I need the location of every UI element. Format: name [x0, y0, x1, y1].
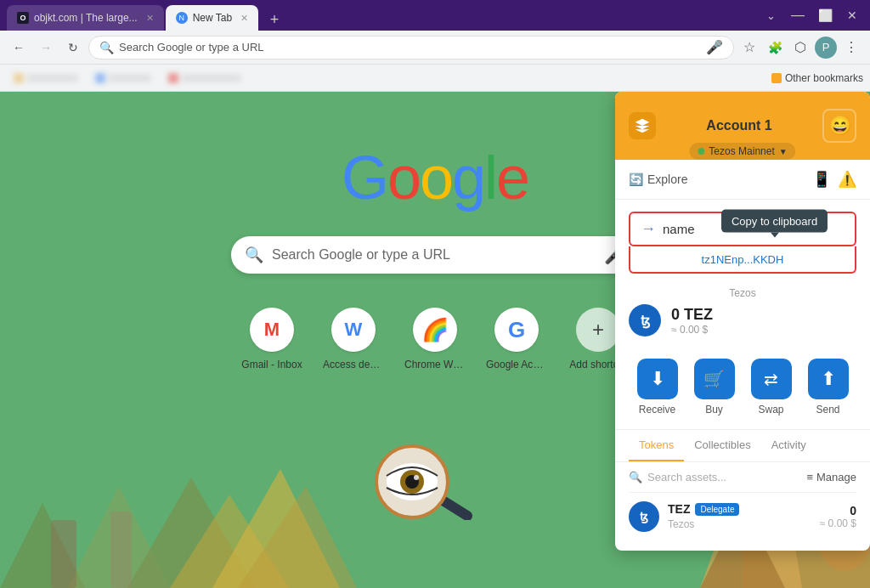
- user-profile-button[interactable]: P: [814, 36, 838, 59]
- nav-bar: ← → ↻ 🔍 Search Google or type a URL 🎤 ☆ …: [0, 31, 870, 65]
- bookmark-label-1: [27, 74, 78, 82]
- new-tab-button[interactable]: +: [263, 8, 285, 31]
- tab-newtab[interactable]: N New Tab ✕: [166, 5, 258, 31]
- extension-popup: Account 1 😄 Tezos Mainnet ▼ 🔄 Explore: [615, 92, 870, 551]
- mic-icon[interactable]: 🎤: [706, 39, 723, 55]
- extensions-icon[interactable]: 🧩: [763, 36, 787, 59]
- tab-activity[interactable]: Activity: [761, 430, 816, 461]
- balance-row: ꜩ 0 TEZ ≈ 0.00 $: [629, 304, 856, 336]
- back-icon: ←: [13, 41, 25, 54]
- nav-explore[interactable]: 🔄 Explore: [629, 172, 687, 186]
- tab-close-objkt[interactable]: ✕: [146, 13, 154, 24]
- network-status-dot: [698, 148, 704, 155]
- popup-avatar[interactable]: 😄: [822, 109, 856, 143]
- close-icon[interactable]: ✕: [841, 4, 863, 26]
- bookmark-item-1[interactable]: [7, 69, 85, 88]
- tab-collectibles-label: Collectibles: [694, 438, 750, 451]
- google-e: e: [496, 144, 528, 212]
- token-row-tez[interactable]: ꜩ TEZ Delegate Tezos 0 ≈ 0.00 $: [629, 492, 856, 540]
- google-logo: Google: [342, 143, 528, 212]
- network-label: Tezos Mainnet: [709, 145, 774, 157]
- balance-usd: ≈ 0.00 $: [671, 324, 713, 336]
- shortcuts-row: M Gmail - Inbox W Access denie... 🌈 Chro…: [241, 308, 629, 370]
- token-usd: ≈ 0.00 $: [820, 517, 856, 529]
- receive-button[interactable]: ⬇ Receive: [637, 359, 678, 416]
- extension-puzzle-icon[interactable]: ⬡: [788, 36, 812, 59]
- nav-right: ☆ 🧩 ⬡ P ⋮: [737, 36, 863, 59]
- address-bar[interactable]: 🔍 Search Google or type a URL 🎤: [88, 36, 734, 59]
- address-name-field[interactable]: name: [663, 222, 845, 236]
- token-name-row: TEZ Delegate: [668, 502, 811, 516]
- shortcut-access-denied[interactable]: W Access denie...: [323, 308, 384, 370]
- google-g: G: [342, 144, 387, 212]
- bookmarks-bar: Other bookmarks: [0, 65, 870, 92]
- chevron-down-icon: ▼: [779, 147, 788, 156]
- address-abbrev[interactable]: tz1NEnp...KKDH: [702, 253, 784, 266]
- phone-icon[interactable]: 📱: [812, 170, 831, 189]
- explore-icon: 🔄: [629, 172, 643, 186]
- receive-icon: ⬇: [637, 359, 678, 399]
- search-icon: 🔍: [245, 246, 263, 264]
- shortcut-label-google: Google Acco...: [486, 359, 547, 370]
- bookmark-button[interactable]: ☆: [737, 36, 761, 59]
- google-o1: o: [387, 144, 420, 212]
- manage-label: Manage: [816, 471, 856, 483]
- token-qty: 0: [820, 504, 856, 517]
- svg-rect-7: [110, 512, 132, 588]
- svg-point-13: [414, 475, 419, 480]
- minimize-icon[interactable]: —: [787, 4, 809, 26]
- search-bar[interactable]: 🔍 Search Google or type a URL 🎤: [231, 236, 639, 274]
- title-bar: O objkt.com | The large... ✕ N New Tab ✕…: [0, 0, 870, 31]
- buy-icon: 🛒: [694, 359, 735, 399]
- menu-button[interactable]: ⋮: [839, 36, 863, 59]
- tab-objkt[interactable]: O objkt.com | The large... ✕: [7, 5, 164, 31]
- bookmark-item-3[interactable]: [161, 69, 248, 88]
- bookmark-favicon-2: [95, 73, 105, 83]
- profile-avatar: P: [815, 37, 837, 59]
- nav-right-icons: 📱 ⚠️: [812, 170, 856, 189]
- tab-tokens-label: Tokens: [639, 438, 674, 451]
- forward-button[interactable]: →: [34, 36, 58, 59]
- chevron-down-icon[interactable]: ⌄: [760, 4, 782, 26]
- window-controls: ⌄ — ⬜ ✕: [760, 4, 863, 26]
- token-list: ꜩ TEZ Delegate Tezos 0 ≈ 0.00 $: [615, 492, 870, 540]
- browser-frame: O objkt.com | The large... ✕ N New Tab ✕…: [0, 0, 870, 588]
- shortcut-chrome-web[interactable]: 🌈 Chrome Web ...: [404, 308, 466, 370]
- tez-icon-circle: ꜩ: [629, 304, 661, 336]
- swap-button[interactable]: ⇄ Swap: [751, 359, 792, 416]
- manage-button[interactable]: ≡ Manage: [806, 471, 856, 483]
- network-selector[interactable]: Tezos Mainnet ▼: [689, 143, 795, 160]
- buy-button[interactable]: 🛒 Buy: [694, 359, 735, 416]
- shortcut-label-chrome: Chrome Web ...: [404, 359, 466, 370]
- bookmark-item-2[interactable]: [88, 69, 158, 88]
- shortcut-icon-access: W: [331, 308, 376, 352]
- google-o2: o: [420, 144, 452, 212]
- back-button[interactable]: ←: [7, 36, 31, 59]
- shortcut-google-account[interactable]: G Google Acco...: [486, 308, 547, 370]
- delegate-badge[interactable]: Delegate: [695, 503, 739, 516]
- alert-icon[interactable]: ⚠️: [838, 170, 856, 189]
- assets-search[interactable]: 🔍 Search assets...: [629, 471, 726, 483]
- token-info-tez: TEZ Delegate Tezos: [668, 502, 811, 531]
- manage-icon: ≡: [806, 471, 813, 483]
- search-assets-bar: 🔍 Search assets... ≡ Manage: [615, 462, 870, 492]
- send-button[interactable]: ⬆ Send: [808, 359, 849, 416]
- refresh-button[interactable]: ↻: [61, 36, 85, 59]
- tab-favicon-newtab: N: [176, 12, 188, 24]
- receive-label: Receive: [639, 404, 675, 416]
- address-nav-icon: →: [641, 220, 656, 238]
- main-content: Google 🔍 Search Google or type a URL 🎤 M…: [0, 92, 870, 588]
- tab-close-newtab[interactable]: ✕: [240, 13, 248, 24]
- refresh-icon: ↻: [68, 41, 78, 54]
- tab-collectibles[interactable]: Collectibles: [684, 430, 760, 461]
- bookmark-label-3: [182, 74, 241, 82]
- tab-tokens[interactable]: Tokens: [629, 430, 684, 461]
- swap-icon: ⇄: [751, 359, 792, 399]
- balance-info: 0 TEZ ≈ 0.00 $: [671, 306, 713, 336]
- maximize-icon[interactable]: ⬜: [814, 4, 836, 26]
- tab-group: O objkt.com | The large... ✕ N New Tab ✕…: [7, 0, 756, 31]
- shortcut-gmail[interactable]: M Gmail - Inbox: [241, 308, 302, 370]
- other-bookmarks[interactable]: Other bookmarks: [771, 72, 863, 84]
- add-shortcut-icon: +: [576, 308, 620, 352]
- balance-section: Tezos ꜩ 0 TEZ ≈ 0.00 $: [615, 274, 870, 350]
